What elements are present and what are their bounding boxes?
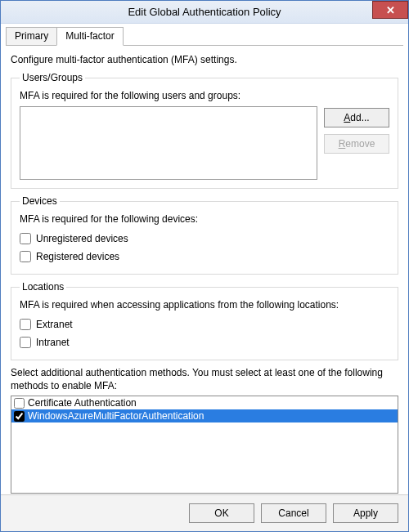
close-button[interactable]: ✕ xyxy=(372,1,408,19)
group-locations-legend: Locations xyxy=(20,281,66,293)
method-item-cert-checkbox[interactable] xyxy=(14,398,25,409)
ok-button[interactable]: OK xyxy=(189,503,254,523)
checkbox-extranet-label: Extranet xyxy=(36,319,73,330)
dialog-window: Edit Global Authentication Policy ✕ Prim… xyxy=(0,0,409,532)
dialog-footer: OK Cancel Apply xyxy=(1,494,408,531)
auth-methods-list[interactable]: Certificate Authentication WindowsAzureM… xyxy=(11,396,398,494)
dialog-content: Configure multi-factor authentication (M… xyxy=(1,46,408,494)
checkbox-extranet-input[interactable] xyxy=(20,319,31,330)
checkbox-registered[interactable]: Registered devices xyxy=(20,248,389,266)
checkbox-registered-label: Registered devices xyxy=(36,251,119,262)
checkbox-registered-input[interactable] xyxy=(20,251,31,262)
checkbox-unregistered-label: Unregistered devices xyxy=(36,233,128,244)
method-item-azure-mfa[interactable]: WindowsAzureMultiFactorAuthentication xyxy=(11,409,398,422)
intro-text: Configure multi-factor authentication (M… xyxy=(11,54,398,65)
users-groups-list[interactable] xyxy=(20,106,317,180)
checkbox-extranet[interactable]: Extranet xyxy=(20,315,389,333)
tab-multifactor[interactable]: Multi-factor xyxy=(56,27,123,46)
close-icon: ✕ xyxy=(386,4,395,16)
tab-primary[interactable]: Primary xyxy=(6,27,57,46)
locations-label: MFA is required when accessing applicati… xyxy=(20,299,389,311)
method-item-cert-label: Certificate Authentication xyxy=(28,397,137,409)
checkbox-unregistered[interactable]: Unregistered devices xyxy=(20,230,389,248)
methods-label: Select additional authentication methods… xyxy=(11,367,398,392)
remove-button[interactable]: Remove xyxy=(324,134,389,154)
checkbox-intranet-input[interactable] xyxy=(20,337,31,348)
checkbox-unregistered-input[interactable] xyxy=(20,233,31,244)
apply-button[interactable]: Apply xyxy=(333,503,398,523)
group-users-legend: Users/Groups xyxy=(20,72,85,83)
checkbox-intranet[interactable]: Intranet xyxy=(20,333,389,351)
title-bar: Edit Global Authentication Policy ✕ xyxy=(1,1,408,24)
method-item-cert[interactable]: Certificate Authentication xyxy=(11,396,398,409)
tab-strip: Primary Multi-factor xyxy=(1,24,408,46)
group-locations: Locations MFA is required when accessing… xyxy=(11,281,398,360)
users-label: MFA is required for the following users … xyxy=(20,90,389,101)
group-devices: Devices MFA is required for the followin… xyxy=(11,195,398,275)
checkbox-intranet-label: Intranet xyxy=(36,337,70,348)
users-groups-buttons: Add... Remove xyxy=(324,106,389,180)
devices-label: MFA is required for the following device… xyxy=(20,213,389,225)
window-title: Edit Global Authentication Policy xyxy=(128,6,281,18)
add-button[interactable]: Add... xyxy=(324,108,389,127)
group-devices-legend: Devices xyxy=(20,195,60,207)
method-item-azure-mfa-checkbox[interactable] xyxy=(14,411,25,422)
method-item-azure-mfa-label: WindowsAzureMultiFactorAuthentication xyxy=(28,410,204,422)
cancel-button[interactable]: Cancel xyxy=(261,503,326,523)
group-users: Users/Groups MFA is required for the fol… xyxy=(11,72,398,189)
